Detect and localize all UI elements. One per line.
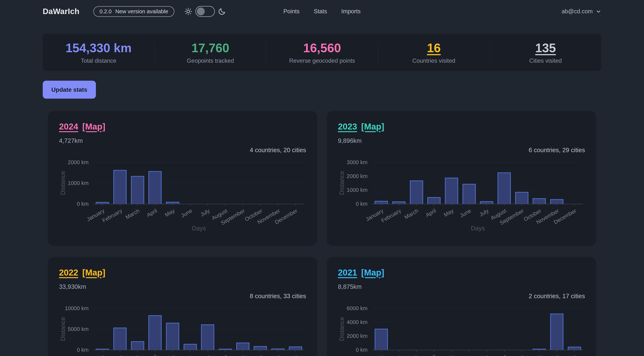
distance-bar-chart-2021: Distance 0 km2000 km4000 km6000 km Janua… [338,306,585,356]
bar [550,314,564,350]
year-cards-grid: 2024 [Map] 4,727km 4 countries, 20 citie… [48,111,596,356]
x-tick-label: July [478,208,490,218]
bar [532,349,546,350]
map-link-2023[interactable]: [Map] [361,121,384,132]
user-menu[interactable]: ab@cd.com [562,8,601,15]
bar [480,201,493,204]
stat-value: 17,760 [154,41,266,55]
y-axis-ticks: 0 km5000 km10000 km [59,308,88,350]
year-summary: 6 countries, 29 cities [338,147,585,154]
bar [568,347,581,350]
bar-slot [129,308,146,350]
y-tick-label: 6000 km [338,306,368,311]
x-tick-label: August [210,354,228,356]
map-link-2021[interactable]: [Map] [361,268,384,278]
bars [94,162,304,204]
x-tick-mark [295,350,296,352]
map-link-2022[interactable]: [Map] [82,268,105,278]
main-nav: Points Stats Imports [284,8,360,15]
bar-slot [164,308,182,350]
bar-slot [443,308,460,350]
moon-icon [218,7,226,15]
bar [131,176,144,204]
bar-slot [443,162,460,204]
bar-slot [199,162,216,204]
year-link-2021[interactable]: 2021 [338,268,357,278]
x-tick-mark [504,204,504,206]
bar-slot [372,162,390,204]
bar-slot [530,308,548,350]
bar-slot [252,308,269,350]
bars [94,308,304,350]
theme-toggle[interactable] [195,6,215,17]
x-tick-label: April [146,208,158,218]
cities-visited-link[interactable]: 135 [490,41,601,55]
year-card-2022: 2022 [Map] 33,930km 8 countries, 33 citi… [48,257,317,356]
update-stats-button[interactable]: Update stats [43,81,96,99]
x-tick-label: March [403,208,420,221]
chart-plot-area [94,162,304,204]
card-title: 2024 [Map] [59,121,306,132]
x-tick-label: January [364,354,384,356]
x-tick-mark [469,204,469,206]
y-tick-label: 1000 km [338,187,368,193]
bar [131,341,144,350]
bar-slot [408,308,425,350]
bar [236,343,250,350]
year-card-2024: 2024 [Map] 4,727km 4 countries, 20 citie… [48,111,317,246]
bar [113,328,127,350]
x-tick-label: May [443,208,454,218]
bar-slot [181,308,199,350]
bar-slot [111,308,129,350]
year-link-2023[interactable]: 2023 [338,121,357,132]
x-tick-mark [539,350,540,352]
year-link-2022[interactable]: 2022 [59,268,78,278]
bar-slot [252,162,269,204]
x-tick-mark [242,204,243,206]
bar-slot [390,162,408,204]
bar-slot [478,162,496,204]
x-tick-mark [522,350,522,352]
x-tick-mark [120,350,120,352]
x-tick-label: July [199,354,211,356]
x-tick-mark [172,350,173,352]
x-tick-mark [260,204,260,206]
nav-link-points[interactable]: Points [284,8,300,15]
year-card-2021: 2021 [Map] 8,875km 2 countries, 17 citie… [327,257,596,356]
countries-visited-link[interactable]: 16 [378,41,490,55]
x-tick-label: February [380,354,402,356]
x-tick-mark [557,350,557,352]
x-tick-mark [172,204,173,206]
bar-slot [496,308,513,350]
bar-slot [199,308,216,350]
x-tick-label: January [86,354,106,356]
user-email: ab@cd.com [562,8,593,15]
chart-plot-area [94,308,304,350]
nav-link-stats[interactable]: Stats [314,8,327,15]
bar-slot [548,162,566,204]
card-title: 2022 [Map] [59,268,306,278]
bar-slot [286,162,304,204]
x-axis-ticks: JanuaryFebruaryMarchAprilMayJuneJulyAugu… [372,352,583,356]
version-badge[interactable]: 0.2.0 New version available [93,6,174,17]
stat-geopoints: 17,760 Geopoints tracked [154,41,266,64]
chart-plot-area [372,162,583,204]
chevron-down-icon [596,8,601,14]
bar-slot [372,308,390,350]
x-tick-label: March [403,354,420,356]
x-tick-mark [434,350,434,352]
year-link-2024[interactable]: 2024 [59,121,78,132]
y-axis-ticks: 0 km2000 km4000 km6000 km [338,308,368,350]
x-tick-mark [225,204,226,206]
map-link-2024[interactable]: [Map] [82,121,105,132]
x-tick-mark [208,350,208,352]
x-axis-ticks: JanuaryFebruaryMarchAprilMayJuneJulyAugu… [94,206,304,226]
bar-slot [478,308,496,350]
year-total-distance: 9,896km [338,137,585,144]
bar-slot [286,308,304,350]
bar-slot [425,308,443,350]
nav-link-imports[interactable]: Imports [341,8,360,15]
x-tick-label: April [146,354,158,356]
bar-slot [548,308,566,350]
x-tick-mark [452,204,452,206]
